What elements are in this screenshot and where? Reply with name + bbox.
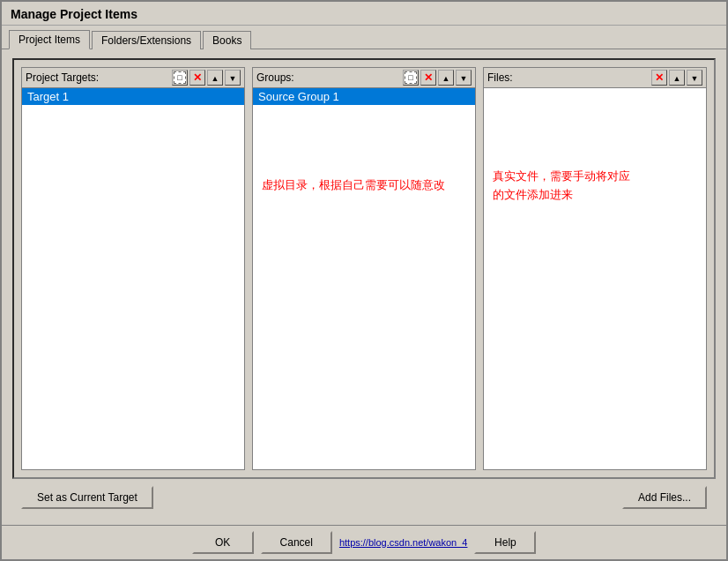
cancel-button[interactable]: Cancel — [261, 531, 332, 554]
files-list: 真实文件，需要手动将对应的文件添加进来 — [484, 88, 706, 469]
move-target-down-button[interactable] — [225, 70, 241, 86]
move-file-down-button[interactable] — [687, 70, 702, 86]
help-button[interactable]: Help — [474, 531, 536, 554]
project-targets-header: Project Targets: □ ✕ — [22, 68, 244, 88]
move-group-up-button[interactable] — [438, 70, 454, 86]
dialog-title: Manage Project Items — [11, 7, 137, 21]
add-files-button[interactable]: Add Files... — [622, 486, 707, 509]
bottom-buttons: Set as Current Target Add Files... — [12, 479, 716, 516]
file-arrow-up-icon — [673, 73, 681, 83]
groups-title: Groups: — [256, 71, 401, 84]
move-group-down-button[interactable] — [456, 70, 472, 86]
new-group-button[interactable]: □ — [403, 70, 419, 86]
delete-file-button[interactable]: ✕ — [651, 70, 667, 86]
arrow-down-icon — [229, 73, 237, 83]
file-arrow-down-icon — [691, 73, 699, 83]
files-header: Files: ✕ — [484, 68, 706, 88]
manage-project-items-dialog: Manage Project Items Project Items Folde… — [0, 0, 728, 561]
move-target-up-button[interactable] — [207, 70, 223, 86]
group-arrow-up-icon — [442, 73, 450, 83]
set-as-current-target-button[interactable]: Set as Current Target — [21, 486, 153, 509]
new-icon: □ — [174, 71, 186, 84]
files-panel: Files: ✕ 真实文件，需要手动将对应的文件添加进来 — [483, 67, 707, 470]
delete-file-icon: ✕ — [655, 71, 664, 84]
title-bar: Manage Project Items — [2, 2, 726, 26]
arrow-up-icon — [212, 73, 219, 83]
delete-icon: ✕ — [193, 71, 202, 84]
delete-group-button[interactable]: ✕ — [420, 70, 436, 86]
groups-header: Groups: □ ✕ — [253, 68, 475, 88]
tabs-bar: Project Items Folders/Extensions Books — [2, 26, 726, 49]
group-arrow-down-icon — [460, 73, 468, 83]
groups-list: Source Group 1 虚拟目录，根据自己需要可以随意改 — [253, 88, 475, 469]
panels-container: Project Targets: □ ✕ — [12, 58, 716, 479]
files-annotation: 真实文件，需要手动将对应的文件添加进来 — [493, 168, 630, 205]
ok-button[interactable]: OK — [192, 531, 254, 554]
groups-annotation: 虚拟目录，根据自己需要可以随意改 — [262, 176, 445, 194]
new-target-button[interactable]: □ — [172, 70, 188, 86]
dialog-footer: OK Cancel https://blog.csdn.net/wakon_4 … — [2, 525, 726, 559]
delete-target-button[interactable]: ✕ — [189, 70, 205, 86]
target-item-1[interactable]: Target 1 — [22, 88, 244, 105]
move-file-up-button[interactable] — [669, 70, 685, 86]
new-group-icon: □ — [405, 71, 417, 84]
tab-project-items[interactable]: Project Items — [9, 30, 90, 49]
groups-panel: Groups: □ ✕ Source Gr — [252, 67, 476, 470]
files-title: Files: — [487, 71, 650, 84]
delete-group-icon: ✕ — [424, 71, 433, 84]
source-group-item-1[interactable]: Source Group 1 — [253, 88, 475, 105]
tab-folders-extensions[interactable]: Folders/Extensions — [92, 31, 201, 49]
url-link[interactable]: https://blog.csdn.net/wakon_4 — [339, 537, 468, 548]
tab-books[interactable]: Books — [203, 31, 251, 49]
project-targets-panel: Project Targets: □ ✕ — [21, 67, 245, 470]
project-targets-title: Project Targets: — [26, 71, 170, 84]
content-area: Project Targets: □ ✕ — [2, 49, 726, 525]
project-targets-list: Target 1 — [22, 88, 244, 469]
